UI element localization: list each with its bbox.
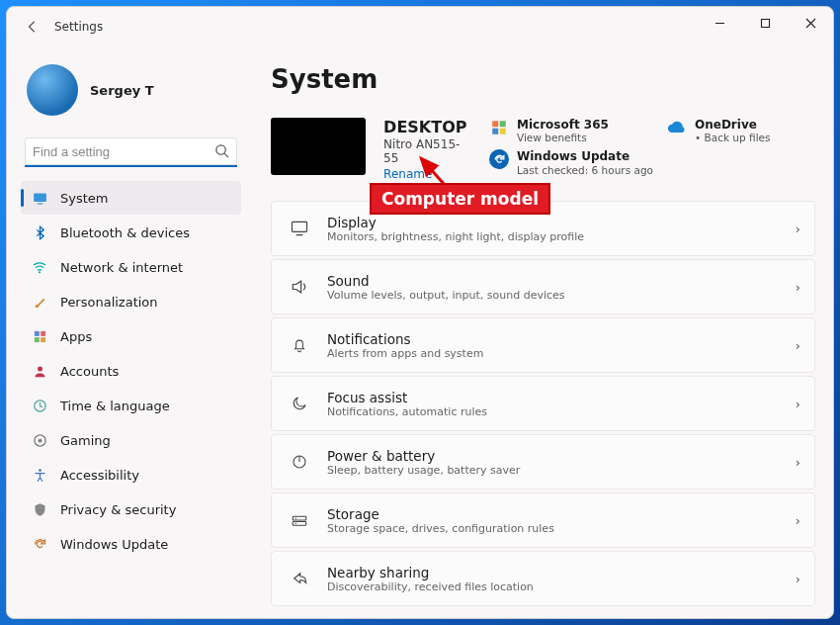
chevron-right-icon: › [796,513,800,528]
minimize-button[interactable] [697,7,742,39]
sidebar-item-network[interactable]: Network & internet [21,250,241,284]
svg-rect-19 [500,121,506,127]
sidebar-item-label: Windows Update [60,537,168,552]
window-controls [697,7,833,39]
sidebar-item-gaming[interactable]: Gaming [21,423,241,457]
svg-point-17 [39,469,42,472]
account-block[interactable]: Sergey T [21,46,241,137]
sidebar-item-bluetooth[interactable]: Bluetooth & devices [21,216,241,249]
brush-icon [31,293,48,311]
chevron-right-icon: › [796,280,800,295]
svg-rect-12 [41,337,45,342]
setting-power[interactable]: Power & batterySleep, battery usage, bat… [271,434,815,490]
chevron-right-icon: › [796,455,800,470]
update-icon [31,535,48,553]
update-circle-icon [489,149,509,169]
shield-icon [31,500,48,518]
svg-line-5 [224,153,228,157]
sidebar-item-label: System [60,191,108,206]
titlebar: Settings [7,7,833,46]
desktop-preview [271,118,366,175]
svg-rect-21 [500,129,506,134]
clock-globe-icon [31,397,48,414]
search-icon [214,143,229,161]
gaming-icon [31,431,48,449]
svg-rect-1 [761,19,769,27]
close-icon [805,18,816,29]
svg-rect-6 [34,193,46,202]
svg-line-30 [421,158,445,185]
close-button[interactable] [788,7,833,39]
setting-notifications[interactable]: NotificationsAlerts from apps and system… [271,317,815,373]
svg-rect-10 [41,330,45,335]
sidebar: Sergey T System [7,46,249,618]
display-icon [286,219,313,238]
card-title: Notifications [327,331,483,347]
device-name: DESKTOP [383,118,471,136]
tile-sub: View benefits [517,132,609,143]
tile-title: OneDrive [695,118,770,132]
svg-point-4 [216,145,225,154]
person-icon [31,362,48,380]
setting-nearby[interactable]: Nearby sharingDiscoverability, received … [271,551,815,606]
sidebar-item-label: Privacy & security [60,502,176,517]
sidebar-item-apps[interactable]: Apps [21,319,241,353]
maximize-icon [760,18,771,29]
back-button[interactable] [19,13,46,41]
sidebar-nav: System Bluetooth & devices Network & int… [21,181,241,561]
sidebar-item-label: Network & internet [60,260,183,275]
card-title: Sound [327,273,565,289]
bell-icon [286,336,313,354]
svg-rect-22 [293,222,307,231]
setting-storage[interactable]: StorageStorage space, drives, configurat… [271,492,815,548]
svg-rect-20 [492,129,498,134]
chevron-right-icon: › [796,397,800,411]
wifi-icon [31,258,48,276]
card-title: Power & battery [327,448,520,464]
setting-focus[interactable]: Focus assistNotifications, automatic rul… [271,376,815,431]
sidebar-item-label: Gaming [60,433,111,448]
power-icon [286,453,313,471]
avatar [27,64,78,116]
main-content: System DESKTOP Nitro AN515-55 Rename Mic… [249,46,833,618]
svg-rect-7 [37,203,42,204]
tile-windows-update[interactable]: Windows Update Last checked: 6 hours ago [489,149,815,175]
card-sub: Discoverability, received files location [327,580,534,593]
card-title: Storage [327,506,554,522]
top-right-tiles: Microsoft 365 View benefits OneDrive • B… [489,118,815,176]
tile-title: Microsoft 365 [517,118,609,132]
svg-point-13 [38,366,42,371]
system-icon [31,189,48,207]
accessibility-icon [31,466,48,484]
svg-point-16 [38,438,42,442]
settings-list: DisplayMonitors, brightness, night light… [271,201,815,606]
sidebar-item-accessibility[interactable]: Accessibility [21,458,241,491]
sidebar-item-personalization[interactable]: Personalization [21,285,241,318]
sidebar-item-label: Apps [60,329,92,344]
bluetooth-icon [31,223,48,241]
chevron-right-icon: › [796,338,800,353]
tile-sub: • Back up files [695,132,770,143]
sidebar-item-label: Bluetooth & devices [60,225,190,240]
setting-sound[interactable]: SoundVolume levels, output, input, sound… [271,259,815,314]
sidebar-item-system[interactable]: System [21,181,241,215]
sidebar-item-label: Time & language [60,399,170,413]
moon-icon [286,395,313,412]
tile-m365[interactable]: Microsoft 365 View benefits [489,118,657,143]
tile-onedrive[interactable]: OneDrive • Back up files [667,118,815,143]
callout-label: Computer model [370,183,550,215]
sidebar-item-label: Accounts [60,364,119,379]
search-input[interactable] [25,137,237,167]
svg-point-29 [295,523,296,524]
tile-title: Windows Update [517,149,653,163]
sidebar-item-windows-update[interactable]: Windows Update [21,527,241,561]
card-sub: Alerts from apps and system [327,347,483,360]
page-heading: System [271,64,815,94]
device-header: DESKTOP Nitro AN515-55 Rename Microsoft … [271,118,815,181]
sidebar-item-privacy[interactable]: Privacy & security [21,492,241,526]
sidebar-item-accounts[interactable]: Accounts [21,354,241,388]
svg-rect-27 [293,522,306,526]
sidebar-item-time[interactable]: Time & language [21,389,241,422]
svg-rect-9 [34,330,39,335]
maximize-button[interactable] [742,7,788,39]
